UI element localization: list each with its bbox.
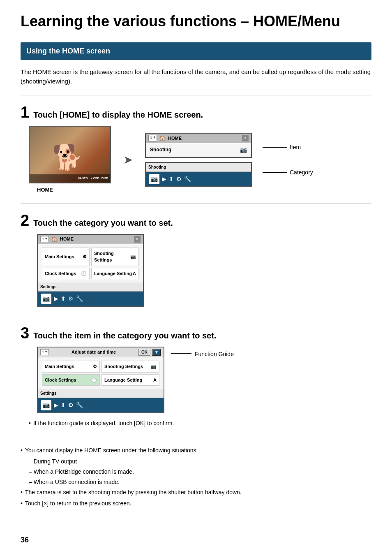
step3-ok-button[interactable]: OK xyxy=(138,349,150,356)
step-3-number: 3 xyxy=(21,325,29,341)
divider-3 xyxy=(21,316,371,316)
step3-cat-tools[interactable]: 🔧 xyxy=(76,401,83,410)
step3-language-setting-icon: A xyxy=(153,377,157,384)
camera-bottom-bar: $AUTO ▼OFF DISP xyxy=(30,174,110,183)
step3-bullet-text: If the function guide is displayed, touc… xyxy=(33,419,174,428)
step3-main-settings[interactable]: Main Settings ⚙ xyxy=(42,361,100,373)
step2-cat-play[interactable]: ▶ xyxy=(54,294,58,303)
note-1-sub-3: – When a USB connection is made. xyxy=(29,478,371,486)
home-title-label: HOME xyxy=(168,135,182,142)
step2-cat-upload[interactable]: ⬆ xyxy=(61,294,66,303)
step3-shooting-settings[interactable]: Shooting Settings 📷 xyxy=(101,361,159,373)
step3-shooting-settings-icon: 📷 xyxy=(151,363,157,370)
shooting-settings-icon: 📷 xyxy=(130,253,136,260)
home-screen-label: HOME xyxy=(37,186,53,194)
note-1-sub-1: – During TV output xyxy=(29,457,371,466)
note-1-text: You cannot display the HOME screen under… xyxy=(25,446,198,455)
step-2-number: 2 xyxy=(21,213,29,228)
step2-cat-camera[interactable]: 📷 xyxy=(41,294,51,304)
clock-settings-label: Clock Settings xyxy=(45,270,76,277)
item-annotation: Item xyxy=(263,143,313,152)
step3-settings-grid: Main Settings ⚙ Shooting Settings 📷 Cloc… xyxy=(38,357,164,389)
home-item-shooting[interactable]: Shooting 📷 xyxy=(146,143,251,157)
function-guide-text: Function Guide xyxy=(195,350,234,359)
language-setting-item[interactable]: Language Setting A xyxy=(91,268,139,280)
step3-cat-upload[interactable]: ⬆ xyxy=(61,401,66,410)
item-label-text: Item xyxy=(290,143,301,152)
bullet-symbol: • xyxy=(29,419,31,428)
step2-home-title: HOME xyxy=(60,236,74,243)
step-3-title: Touch the item in the category you want … xyxy=(33,329,216,342)
step-2-diagram: 1 ? 🏠 HOME × Main Settings ⚙ Shooting Se… xyxy=(29,234,371,307)
category-label-text: Category xyxy=(290,168,313,177)
cat-icon-play[interactable]: ▶ xyxy=(162,175,166,183)
step3-date-label: Adjust date and time xyxy=(71,349,116,356)
step3-cat-camera[interactable]: 📷 xyxy=(41,400,51,410)
step3-category-bar: Settings xyxy=(38,389,164,398)
cat-icon-tools[interactable]: 🔧 xyxy=(184,175,191,183)
section-header: Using the HOME screen xyxy=(21,42,371,60)
camera-screen: HOME ⚡ □ MNU $AUTO ▼OFF DISP xyxy=(29,126,111,183)
main-settings-item[interactable]: Main Settings ⚙ xyxy=(42,248,90,266)
function-guide-line xyxy=(171,353,191,354)
step3-main-settings-icon: ⚙ xyxy=(93,363,97,370)
note-3-bullet: • xyxy=(21,499,23,508)
step3-screen: 1 ? Adjust date and time OK ▼ Main Setti… xyxy=(37,347,164,413)
home-screen-category: Shooting 📷 ▶ ⬆ ⚙ 🔧 xyxy=(145,162,252,187)
step3-diagram: 1 ? Adjust date and time OK ▼ Main Setti… xyxy=(29,347,164,413)
step-2-title: Touch the category you want to set. xyxy=(33,217,173,229)
category-line xyxy=(263,172,287,173)
note-1-bullet: • xyxy=(21,446,23,455)
language-setting-icon: A xyxy=(133,270,136,277)
step3-clock-settings-label: Clock Settings xyxy=(45,377,76,384)
step2-settings-grid: Main Settings ⚙ Shooting Settings 📷 Cloc… xyxy=(38,244,143,283)
step2-cat-settings[interactable]: ⚙ xyxy=(68,294,74,303)
divider-4 xyxy=(21,437,371,437)
step3-language-setting-label: Language Setting xyxy=(104,377,142,384)
step3-arrow-button[interactable]: ▼ xyxy=(152,349,161,356)
note-1-sub-3-text: – When a USB connection is made. xyxy=(29,478,120,486)
home-close-btn[interactable]: × xyxy=(242,135,249,141)
function-guide-annotation: Function Guide xyxy=(171,350,234,359)
home-category-label: Shooting xyxy=(148,165,166,169)
page-title: Learning the various functions – HOME/Me… xyxy=(21,12,371,30)
step3-clock-settings-icon: 🕐 xyxy=(91,377,97,384)
note-3: • Touch [×] to return to the previous sc… xyxy=(21,499,371,508)
step2-cat-tools[interactable]: 🔧 xyxy=(76,294,83,303)
step-1-diagram: HOME ⚡ □ MNU $AUTO ▼OFF DISP HOME ➤ xyxy=(29,126,371,194)
step3-cat-settings[interactable]: ⚙ xyxy=(68,401,74,410)
main-settings-icon: ⚙ xyxy=(83,253,87,260)
step2-close-btn[interactable]: × xyxy=(134,236,141,243)
home-category-bar: Shooting xyxy=(146,163,251,172)
step-1: 1 Touch [HOME] to display the HOME scree… xyxy=(21,104,371,194)
note-1-sub-1-text: – During TV output xyxy=(29,457,77,466)
step3-language-setting[interactable]: Language Setting A xyxy=(101,374,159,386)
main-settings-label: Main Settings xyxy=(45,253,74,260)
divider-2 xyxy=(21,203,371,204)
note-1: • You cannot display the HOME screen und… xyxy=(21,446,371,455)
step3-shooting-settings-label: Shooting Settings xyxy=(104,363,143,370)
note-2-bullet: • xyxy=(21,488,23,497)
step2-house-icon: 🏠 xyxy=(51,236,58,243)
step3-clock-settings[interactable]: Clock Settings 🕐 xyxy=(42,374,100,386)
home-ui-container: 1 ? 🏠 HOME × Shooting 📷 Shooting xyxy=(145,133,252,187)
clock-settings-item[interactable]: Clock Settings 🕐 xyxy=(42,268,90,280)
labels-column: Item Category xyxy=(263,143,313,177)
cat-icon-camera[interactable]: 📷 xyxy=(149,174,159,184)
step3-main-settings-label: Main Settings xyxy=(45,363,74,370)
divider-1 xyxy=(21,95,371,95)
cat-icon-settings[interactable]: ⚙ xyxy=(176,175,182,183)
step2-icons-row: 📷 ▶ ⬆ ⚙ 🔧 xyxy=(38,292,143,306)
step3-cat-play[interactable]: ▶ xyxy=(54,401,58,410)
page-number: 36 xyxy=(21,535,29,546)
note-2-text: The camera is set to the shooting mode b… xyxy=(25,488,242,497)
shooting-settings-item[interactable]: Shooting Settings 📷 xyxy=(91,248,139,266)
home-item-label: Shooting xyxy=(150,146,171,153)
step2-screen: 1 ? 🏠 HOME × Main Settings ⚙ Shooting Se… xyxy=(37,234,144,307)
item-line xyxy=(263,147,287,148)
cat-icon-upload[interactable]: ⬆ xyxy=(169,175,174,183)
shooting-settings-label: Shooting Settings xyxy=(94,250,130,264)
language-setting-label: Language Setting xyxy=(94,270,132,277)
step-1-number: 1 xyxy=(21,104,29,120)
intro-text: The HOME screen is the gateway screen fo… xyxy=(21,67,371,86)
